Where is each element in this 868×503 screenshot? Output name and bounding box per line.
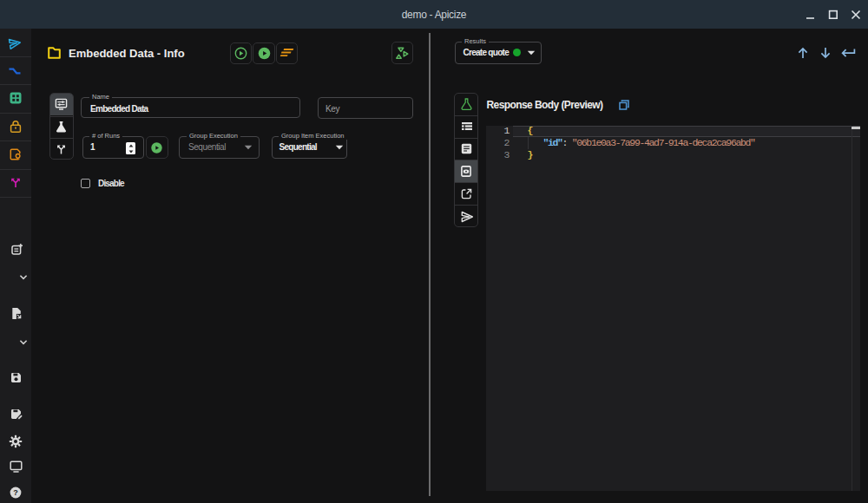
svg-text:?: ? (13, 488, 18, 497)
